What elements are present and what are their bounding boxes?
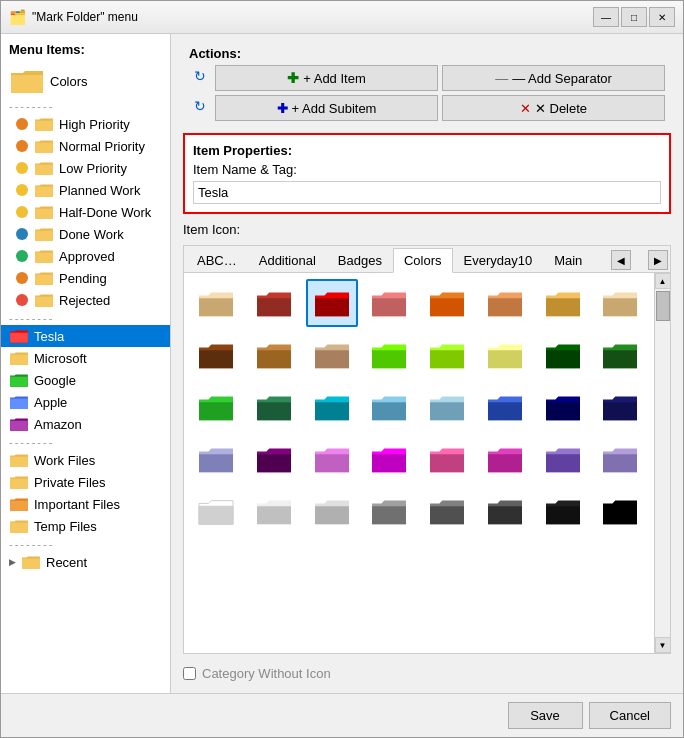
sidebar-item-colors[interactable]: Colors [1, 63, 170, 99]
icon-cell[interactable] [421, 487, 473, 535]
icon-cell[interactable] [594, 435, 646, 483]
icon-cell[interactable] [306, 383, 358, 431]
add-item-button[interactable]: ✚ + Add Item [215, 65, 438, 91]
icon-cell[interactable] [479, 487, 531, 535]
folder-icon-colors [9, 65, 45, 97]
icon-cell[interactable] [479, 331, 531, 379]
icon-cell[interactable] [248, 487, 300, 535]
sidebar-item-pending[interactable]: Pending [1, 267, 170, 289]
sidebar-item-recent[interactable]: ▶ Recent [1, 551, 170, 573]
sidebar-item-rejected[interactable]: Rejected [1, 289, 170, 311]
scrollbar[interactable]: ▲ ▼ [654, 273, 670, 653]
sidebar-item-apple-label: Apple [34, 395, 67, 410]
tab-next-button[interactable]: ▶ [648, 250, 668, 270]
icon-cell[interactable] [537, 383, 589, 431]
folder-color-icon [255, 442, 293, 476]
sidebar-item-apple[interactable]: Apple [1, 391, 170, 413]
icon-cell[interactable] [306, 435, 358, 483]
icon-cell[interactable] [479, 279, 531, 327]
sidebar-item-low-priority[interactable]: Low Priority [1, 157, 170, 179]
scroll-thumb[interactable] [656, 291, 670, 321]
icon-cell[interactable] [594, 487, 646, 535]
add-separator-button[interactable]: — — Add Separator [442, 65, 665, 91]
refresh-icon-1[interactable]: ↻ [189, 65, 211, 87]
sidebar-item-temp-files[interactable]: Temp Files [1, 515, 170, 537]
sidebar-item-work-files[interactable]: Work Files [1, 449, 170, 471]
minimize-button[interactable]: — [593, 7, 619, 27]
icon-cell[interactable] [248, 383, 300, 431]
icon-cell[interactable] [248, 279, 300, 327]
sidebar-item-planned-work[interactable]: Planned Work [1, 179, 170, 201]
icon-cell[interactable] [421, 383, 473, 431]
folder-icon-low-priority [34, 159, 54, 177]
icon-cell[interactable] [363, 279, 415, 327]
icon-cell[interactable] [306, 331, 358, 379]
icon-cell[interactable] [248, 435, 300, 483]
add-item-label: + Add Item [303, 71, 366, 86]
tab-additional[interactable]: Additional [248, 248, 327, 272]
icon-cell[interactable] [190, 487, 242, 535]
icon-cell[interactable] [306, 279, 358, 327]
tab-abc[interactable]: ABC… [186, 248, 248, 272]
icon-cell[interactable] [421, 279, 473, 327]
delete-button[interactable]: ✕ ✕ Delete [442, 95, 665, 121]
icon-cell[interactable] [421, 331, 473, 379]
separator-2: -------- [1, 311, 170, 325]
delete-label: ✕ Delete [535, 101, 587, 116]
icon-cell[interactable] [537, 331, 589, 379]
sidebar-item-google[interactable]: Google [1, 369, 170, 391]
icon-cell[interactable] [537, 279, 589, 327]
item-name-input[interactable] [193, 181, 661, 204]
folder-icon-half-done-work [34, 203, 54, 221]
add-subitem-button[interactable]: ✚ + Add Subitem [215, 95, 438, 121]
category-without-icon-checkbox[interactable] [183, 667, 196, 680]
icon-cell[interactable] [248, 331, 300, 379]
sidebar-item-high-priority[interactable]: High Priority [1, 113, 170, 135]
tab-main[interactable]: Main [543, 248, 593, 272]
icon-cell[interactable] [363, 487, 415, 535]
icon-cell[interactable] [594, 279, 646, 327]
dot-icon-red [15, 293, 29, 307]
icon-cell[interactable] [537, 487, 589, 535]
sidebar-item-microsoft[interactable]: Microsoft [1, 347, 170, 369]
sidebar-item-half-done-work[interactable]: Half-Done Work [1, 201, 170, 223]
close-button[interactable]: ✕ [649, 7, 675, 27]
icon-cell[interactable] [363, 331, 415, 379]
icon-cell[interactable] [479, 435, 531, 483]
icon-grid [190, 279, 648, 535]
tab-badges[interactable]: Badges [327, 248, 393, 272]
icon-cell[interactable] [363, 435, 415, 483]
sidebar-item-approved[interactable]: Approved [1, 245, 170, 267]
icon-cell[interactable] [190, 435, 242, 483]
scroll-down-button[interactable]: ▼ [655, 637, 671, 653]
sidebar-item-important-files[interactable]: Important Files [1, 493, 170, 515]
folder-icon-high-priority [34, 115, 54, 133]
sidebar-item-normal-priority[interactable]: Normal Priority [1, 135, 170, 157]
title-bar-controls: — □ ✕ [593, 7, 675, 27]
folder-icon-approved [34, 247, 54, 265]
sidebar-item-amazon[interactable]: Amazon [1, 413, 170, 435]
tab-everyday10[interactable]: Everyday10 [453, 248, 544, 272]
refresh-icon-2[interactable]: ↻ [189, 95, 211, 117]
sidebar-item-private-files[interactable]: Private Files [1, 471, 170, 493]
tab-colors[interactable]: Colors [393, 248, 453, 273]
sidebar-item-low-priority-label: Low Priority [59, 161, 127, 176]
cancel-button[interactable]: Cancel [589, 702, 671, 729]
icon-cell[interactable] [594, 383, 646, 431]
icon-cell[interactable] [421, 435, 473, 483]
icon-cell[interactable] [190, 331, 242, 379]
icon-cell[interactable] [190, 383, 242, 431]
folder-color-icon [313, 338, 351, 372]
icon-cell[interactable] [363, 383, 415, 431]
icon-cell[interactable] [479, 383, 531, 431]
save-button[interactable]: Save [508, 702, 583, 729]
sidebar-item-tesla[interactable]: Tesla [1, 325, 170, 347]
tab-prev-button[interactable]: ◀ [611, 250, 631, 270]
icon-cell[interactable] [190, 279, 242, 327]
scroll-up-button[interactable]: ▲ [655, 273, 671, 289]
maximize-button[interactable]: □ [621, 7, 647, 27]
icon-cell[interactable] [594, 331, 646, 379]
icon-cell[interactable] [537, 435, 589, 483]
icon-cell[interactable] [306, 487, 358, 535]
sidebar-item-done-work[interactable]: Done Work [1, 223, 170, 245]
